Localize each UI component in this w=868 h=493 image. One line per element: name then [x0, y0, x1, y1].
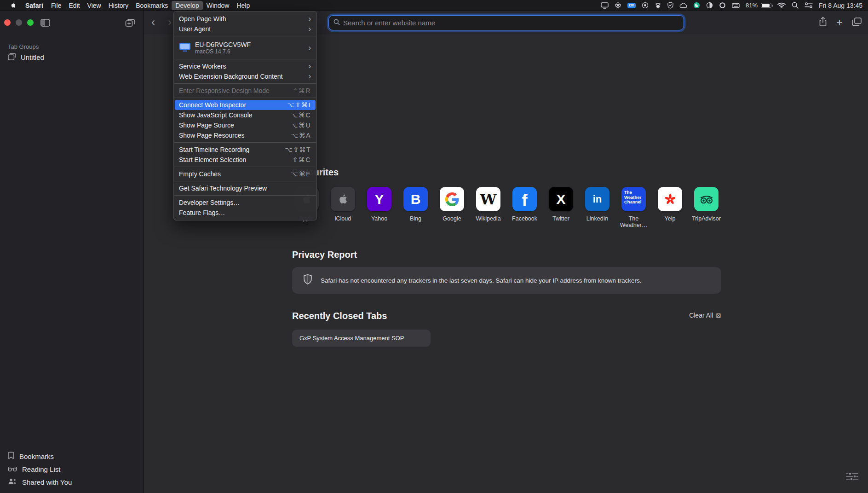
menu-item-developer-settings[interactable]: Developer Settings… — [174, 197, 316, 208]
keyboard-status-icon[interactable] — [732, 3, 740, 8]
menu-edit[interactable]: Edit — [65, 1, 83, 10]
favorite-facebook[interactable]: f Facebook — [506, 187, 543, 228]
sidebar: Tab Groups Untitled Bookmarks Reading Li… — [0, 11, 144, 493]
menu-item-show-page-source[interactable]: Show Page Source ⌥⌘U — [174, 120, 316, 130]
customize-start-page-icon[interactable] — [846, 472, 858, 483]
tab-overview-icon[interactable] — [852, 17, 862, 28]
sidebar-item-shared-with-you[interactable]: Shared with You — [8, 476, 72, 488]
recently-closed-tab-label: GxP System Access Management SOP — [299, 335, 404, 342]
tab-group-untitled[interactable]: Untitled — [8, 53, 44, 62]
favorite-tripadvisor[interactable]: TripAdvisor — [688, 187, 724, 228]
menu-item-device[interactable]: EU-D6RVGCV5WF macOS 14.7.6 › — [174, 38, 316, 57]
menu-item-connect-web-inspector[interactable]: Connect Web Inspector ⌥⇧⌘I — [175, 100, 316, 110]
menu-history[interactable]: History — [105, 1, 132, 10]
favorite-wikipedia[interactable]: W Wikipedia — [470, 187, 506, 228]
favorite-weather-channel[interactable]: TheWeatherChannel The Weather… — [615, 187, 652, 228]
wifi-icon[interactable] — [777, 2, 786, 8]
menu-item-user-agent[interactable]: User Agent › — [174, 24, 316, 34]
sidebar-footer: Bookmarks Reading List Shared with You — [8, 450, 72, 488]
ring-status-icon[interactable] — [719, 2, 726, 9]
menu-app-title[interactable]: Safari — [21, 2, 47, 9]
menu-bar-clock[interactable]: Fri 8 Aug 13:45 — [819, 2, 862, 9]
menu-window[interactable]: Window — [203, 1, 233, 10]
sidebar-toggle-icon[interactable] — [40, 19, 50, 29]
clear-all-button[interactable]: Clear All ⊠ — [292, 312, 721, 319]
back-button[interactable]: ‹ — [151, 15, 155, 29]
share-icon[interactable] — [819, 17, 827, 29]
clear-all-icon: ⊠ — [716, 312, 721, 319]
menu-bar-status: zm 81% Fri 8 Aug 13:45 — [601, 2, 863, 9]
menu-item-start-element-selection[interactable]: Start Element Selection ⇧⌘C — [174, 155, 316, 165]
zoom-window-button[interactable] — [27, 19, 34, 26]
develop-dropdown-menu: Open Page With › User Agent › EU-D6RVGCV… — [173, 11, 317, 220]
new-tab-button[interactable]: + — [836, 17, 843, 28]
sidebar-item-reading-list[interactable]: Reading List — [8, 463, 72, 476]
close-window-button[interactable] — [4, 19, 11, 26]
device-display-icon — [179, 42, 191, 53]
favorite-linkedin[interactable]: in LinkedIn — [579, 187, 615, 228]
forward-button[interactable]: › — [168, 15, 172, 29]
chevron-right-icon: › — [309, 25, 311, 33]
menu-bookmarks[interactable]: Bookmarks — [132, 1, 172, 10]
menu-view[interactable]: View — [84, 1, 105, 10]
menu-bar-left: Safari File Edit View History Bookmarks … — [6, 0, 253, 11]
apple-menu-icon[interactable] — [6, 1, 21, 9]
new-tab-group-icon[interactable] — [125, 19, 135, 29]
url-bar[interactable] — [328, 15, 684, 30]
minimize-window-button[interactable] — [16, 19, 22, 26]
glasses-icon — [8, 465, 17, 473]
spotlight-icon[interactable] — [792, 2, 799, 9]
menu-item-show-javascript-console[interactable]: Show JavaScript Console ⌥⌘C — [174, 110, 316, 120]
cloud-status-icon[interactable] — [679, 3, 687, 8]
favorites-row: Apple iCloud Y Yahoo B Bing — [288, 187, 724, 228]
menu-bar: Safari File Edit View History Bookmarks … — [0, 0, 868, 11]
menu-item-show-page-resources[interactable]: Show Page Resources ⌥⌘A — [174, 130, 316, 140]
search-input[interactable] — [343, 19, 679, 27]
privacy-report-card[interactable]: Safari has not encountered any trackers … — [292, 267, 721, 294]
battery-percent[interactable]: 81% — [746, 2, 758, 9]
menu-file[interactable]: File — [47, 1, 65, 10]
menu-develop[interactable]: Develop — [172, 1, 202, 10]
globe-status-icon[interactable] — [693, 2, 700, 9]
favorite-twitter[interactable]: X Twitter — [543, 187, 579, 228]
favorite-google[interactable]: Google — [434, 187, 470, 228]
toolbar-right: + — [819, 11, 862, 34]
menu-item-feature-flags[interactable]: Feature Flags… — [174, 208, 316, 218]
tripadvisor-favicon — [694, 187, 719, 211]
wikipedia-favicon: W — [476, 187, 500, 211]
menu-item-open-page-with[interactable]: Open Page With › — [174, 14, 316, 24]
menu-help[interactable]: Help — [233, 1, 253, 10]
sidebar-item-label: Reading List — [22, 465, 60, 473]
contrast-status-icon[interactable] — [706, 2, 713, 9]
paw-status-icon[interactable] — [655, 2, 661, 9]
menu-separator — [174, 181, 316, 181]
menu-item-web-extension-background-content[interactable]: Web Extension Background Content › — [174, 71, 316, 81]
menu-separator — [174, 36, 316, 36]
record-status-icon[interactable] — [642, 2, 649, 9]
yahoo-favicon: Y — [367, 187, 391, 211]
weather-channel-favicon: TheWeatherChannel — [621, 187, 646, 211]
menu-item-get-safari-technology-preview[interactable]: Get Safari Technology Preview — [174, 183, 316, 193]
favorite-bing[interactable]: B Bing — [397, 187, 434, 228]
battery-icon[interactable] — [761, 3, 771, 8]
display-status-icon[interactable] — [601, 2, 609, 9]
menu-item-service-workers[interactable]: Service Workers › — [174, 61, 316, 71]
sidebar-item-bookmarks[interactable]: Bookmarks — [8, 450, 72, 463]
favorite-icloud[interactable]: iCloud — [325, 187, 361, 228]
control-center-icon[interactable] — [805, 2, 813, 8]
photos-status-icon[interactable] — [615, 2, 621, 9]
favorite-yahoo[interactable]: Y Yahoo — [361, 187, 397, 228]
chevron-right-icon: › — [309, 44, 311, 52]
menu-separator — [174, 167, 316, 167]
shared-people-icon — [8, 478, 17, 486]
device-name: EU-D6RVGCV5WF — [195, 41, 299, 48]
menu-item-empty-caches[interactable]: Empty Caches ⌥⌘E — [174, 169, 316, 179]
desktop-screen: Safari File Edit View History Bookmarks … — [0, 0, 868, 493]
zoom-status-icon[interactable]: zm — [627, 3, 636, 8]
privacy-report-title: Privacy Report — [292, 249, 357, 260]
recently-closed-tab[interactable]: GxP System Access Management SOP — [292, 330, 431, 347]
menu-item-start-timeline-recording[interactable]: Start Timeline Recording ⌥⇧⌘T — [174, 145, 316, 155]
yelp-favicon — [658, 187, 682, 211]
shield-status-icon[interactable] — [667, 2, 673, 9]
favorite-yelp[interactable]: Yelp — [652, 187, 688, 228]
